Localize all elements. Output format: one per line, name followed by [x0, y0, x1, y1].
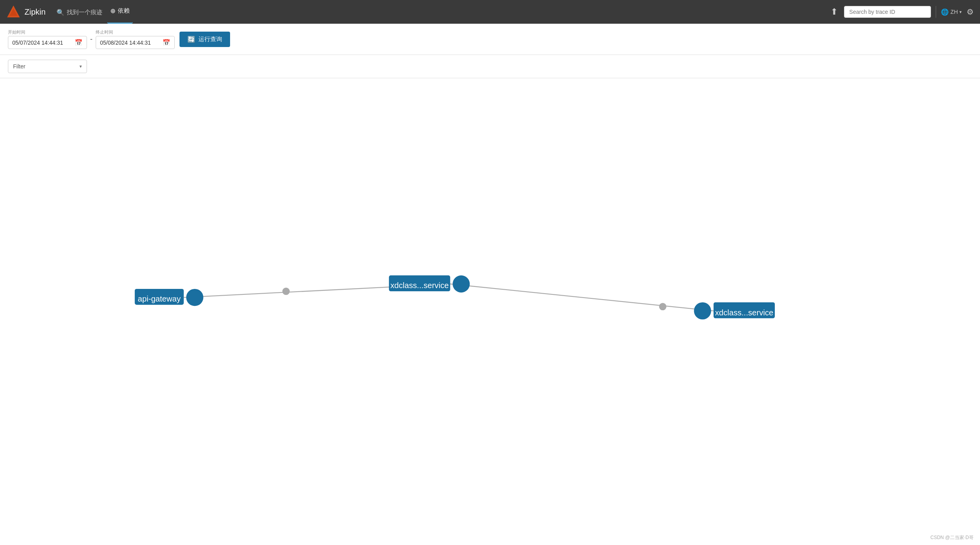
toolbar: 开始时间 📅 - 终止时间 📅 🔄 运行查询 — [0, 24, 980, 55]
header-right: ⬆ 🌐 ZH ▾ ⚙ — [829, 5, 974, 19]
upload-button[interactable]: ⬆ — [829, 5, 839, 19]
language-selector[interactable]: 🌐 ZH ▾ — [941, 8, 962, 16]
dependency-graph: api-gateway xdclass...service xdclass...… — [0, 78, 980, 545]
search-nav-icon: 🔍 — [57, 9, 64, 16]
time-range-group: 开始时间 📅 - 终止时间 📅 — [8, 29, 175, 49]
logo-area: Zipkin — [6, 5, 45, 19]
end-time-input[interactable] — [100, 40, 159, 46]
end-time-field: 终止时间 📅 — [96, 29, 175, 49]
nav-find-trace[interactable]: 🔍 找到一个痕迹 — [53, 7, 106, 18]
lang-label: ZH — [950, 9, 958, 15]
header-divider — [936, 6, 936, 18]
start-time-input[interactable] — [12, 40, 72, 46]
zipkin-logo-icon — [6, 5, 21, 19]
translate-icon: 🌐 — [941, 8, 949, 16]
edge-midpoint-1 — [282, 288, 290, 295]
run-button-label: 运行查询 — [198, 36, 222, 43]
svg-text:api-gateway: api-gateway — [138, 294, 181, 303]
graph-svg: api-gateway xdclass...service xdclass...… — [0, 78, 980, 545]
svg-point-8 — [694, 302, 711, 319]
node-api-gateway[interactable]: api-gateway — [135, 289, 204, 306]
start-time-label: 开始时间 — [8, 29, 87, 35]
refresh-icon: 🔄 — [187, 36, 195, 43]
end-calendar-icon[interactable]: 📅 — [162, 39, 170, 46]
filter-dropdown[interactable]: Filter ▾ — [8, 60, 87, 73]
date-range-dash: - — [90, 35, 93, 43]
start-time-field: 开始时间 📅 — [8, 29, 87, 49]
start-calendar-icon[interactable]: 📅 — [75, 39, 83, 46]
nav-find-trace-label: 找到一个痕迹 — [67, 9, 102, 16]
footer-text: CSDN @二当家·D哥 — [930, 535, 974, 540]
header: Zipkin 🔍 找到一个痕迹 ⊕ 依赖 ⬆ 🌐 ZH ▾ ⚙ — [0, 0, 980, 24]
main-nav: 🔍 找到一个痕迹 ⊕ 依赖 — [53, 0, 133, 24]
start-time-wrapper: 📅 — [8, 36, 87, 49]
node-xdclass-service-center[interactable]: xdclass...service — [389, 275, 470, 292]
end-time-label: 终止时间 — [96, 29, 175, 35]
run-query-button[interactable]: 🔄 运行查询 — [179, 32, 230, 47]
filter-placeholder: Filter — [13, 63, 76, 70]
settings-button[interactable]: ⚙ — [967, 7, 974, 17]
nav-dependencies-label: 依赖 — [118, 7, 130, 15]
filter-row: Filter ▾ — [0, 55, 980, 78]
node-xdclass-service-right[interactable]: xdclass...service — [694, 302, 775, 319]
end-time-wrapper: 📅 — [96, 36, 175, 49]
edge-midpoint-2 — [659, 303, 667, 311]
search-trace-input[interactable] — [844, 6, 931, 18]
svg-text:xdclass...service: xdclass...service — [391, 281, 449, 290]
dependency-nav-icon: ⊕ — [110, 7, 115, 15]
lang-chevron-icon: ▾ — [959, 9, 962, 15]
svg-point-4 — [186, 289, 203, 306]
nav-dependencies[interactable]: ⊕ 依赖 — [107, 0, 133, 24]
svg-text:xdclass...service: xdclass...service — [715, 308, 774, 317]
edge-service1-to-service2 — [450, 284, 714, 311]
filter-chevron-icon: ▾ — [79, 64, 82, 69]
footer: CSDN @二当家·D哥 — [930, 534, 974, 541]
app-name: Zipkin — [25, 8, 45, 17]
svg-point-7 — [453, 275, 470, 292]
